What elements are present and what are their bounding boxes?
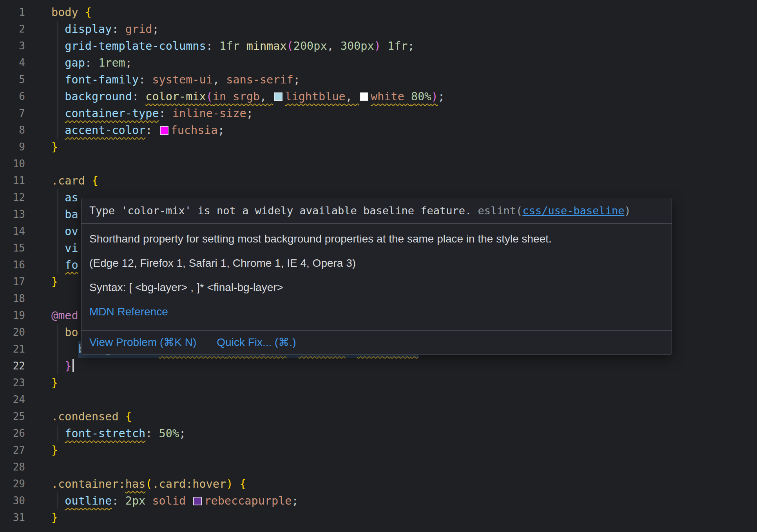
code-line-content[interactable]: grid-template-columns: 1fr minmax(200px,…: [51, 38, 415, 54]
code-token: [51, 427, 65, 440]
code-token: lightblue: [285, 90, 345, 103]
line-number[interactable]: 6: [0, 88, 25, 105]
line-number[interactable]: 2: [0, 21, 25, 38]
code-token: white: [371, 90, 404, 103]
line-number[interactable]: 18: [0, 290, 25, 307]
code-token: outline: [65, 494, 112, 507]
use-baseline-rule-link[interactable]: css/use-baseline: [522, 204, 624, 217]
code-line-content[interactable]: background: color-mix(in srgb, lightblue…: [51, 88, 445, 105]
code-line-content[interactable]: body {: [51, 4, 92, 21]
code-token: accent-color: [65, 124, 145, 137]
code-line-content[interactable]: fo: [51, 257, 78, 273]
code-token: 1fr: [388, 40, 407, 52]
code-token: :: [112, 494, 125, 507]
code-line-content[interactable]: }: [51, 273, 58, 290]
line-number[interactable]: 3: [0, 38, 25, 54]
color-swatch[interactable]: [360, 92, 368, 101]
code-token: 1fr: [219, 40, 239, 52]
code-line-content[interactable]: font-family: system-ui, sans-serif;: [51, 71, 300, 88]
code-line: 30 outline: 2px solid rebeccapurple;: [0, 492, 757, 509]
line-number[interactable]: 17: [0, 273, 25, 290]
code-line-content[interactable]: vi: [51, 240, 78, 257]
code-line-content[interactable]: display: grid;: [51, 21, 159, 38]
line-number[interactable]: 10: [0, 156, 25, 172]
diagnostic-message: Type 'color-mix' is not a widely availab…: [89, 204, 478, 217]
code-token: @med: [51, 309, 78, 322]
line-number[interactable]: 23: [0, 375, 25, 391]
code-line: 24: [0, 391, 757, 408]
code-line-content[interactable]: }: [51, 509, 58, 526]
code-line-content[interactable]: accent-color: fuchsia;: [51, 122, 225, 139]
line-number[interactable]: 15: [0, 240, 25, 257]
color-swatch[interactable]: [193, 497, 202, 505]
code-line-content[interactable]: @med: [51, 307, 78, 324]
line-number[interactable]: 12: [0, 189, 25, 206]
line-number[interactable]: 28: [0, 459, 25, 476]
quick-fix-link[interactable]: Quick Fix... (⌘.): [217, 336, 296, 349]
code-line-content[interactable]: .container:has(.card:hover) {: [51, 476, 246, 492]
line-number[interactable]: 4: [0, 54, 25, 71]
code-line-content[interactable]: }: [51, 139, 58, 156]
code-line-content[interactable]: ba: [51, 206, 78, 223]
line-number[interactable]: 22: [0, 358, 25, 375]
text-cursor: [72, 359, 74, 372]
code-token: [51, 23, 65, 36]
code-token: [51, 124, 65, 137]
code-line-content[interactable]: container-type: inline-size;: [51, 105, 253, 122]
code-line: 7 container-type: inline-size;: [0, 105, 757, 122]
code-line: 25.condensed {: [0, 408, 757, 425]
code-line: 29.container:has(.card:hover) {: [0, 476, 757, 492]
code-line: 23}: [0, 375, 757, 391]
code-line-content[interactable]: ov: [51, 223, 78, 240]
line-number[interactable]: 24: [0, 391, 25, 408]
line-number[interactable]: 30: [0, 492, 25, 509]
line-number[interactable]: 9: [0, 139, 25, 156]
line-number[interactable]: 29: [0, 476, 25, 492]
line-number[interactable]: 13: [0, 206, 25, 223]
line-number[interactable]: 8: [0, 122, 25, 139]
code-token: vi: [65, 242, 78, 255]
code-token: {: [85, 6, 92, 19]
code-token: 1rem: [98, 56, 125, 69]
code-line-content[interactable]: }: [51, 375, 58, 391]
code-line: 11.card {: [0, 172, 757, 189]
docs-browser-support: (Edge 12, Firefox 1, Safari 1, Chrome 1,…: [89, 257, 664, 270]
line-number[interactable]: 16: [0, 257, 25, 273]
code-token: [51, 326, 65, 339]
code-token: (: [206, 90, 213, 103]
code-line-content[interactable]: font-stretch: 50%;: [51, 425, 186, 442]
view-problem-link[interactable]: View Problem (⌘K N): [89, 336, 196, 349]
code-line-content[interactable]: outline: 2px solid rebeccapurple;: [51, 492, 299, 509]
line-number[interactable]: 20: [0, 324, 25, 341]
line-number[interactable]: 7: [0, 105, 25, 122]
color-swatch[interactable]: [160, 126, 168, 135]
code-line-content[interactable]: as: [51, 189, 78, 206]
code-token: ): [226, 478, 233, 490]
code-token: ): [374, 40, 381, 52]
line-number[interactable]: 26: [0, 425, 25, 442]
line-number[interactable]: 19: [0, 307, 25, 324]
code-line-content[interactable]: gap: 1rem;: [51, 54, 132, 71]
line-number[interactable]: 5: [0, 71, 25, 88]
code-line-content[interactable]: }: [51, 358, 74, 375]
code-token: 80%: [411, 90, 431, 103]
line-number[interactable]: 14: [0, 223, 25, 240]
color-swatch[interactable]: [274, 92, 283, 101]
line-number[interactable]: 11: [0, 172, 25, 189]
code-token: [51, 90, 65, 103]
code-line-content[interactable]: .condensed {: [51, 408, 132, 425]
line-number[interactable]: 31: [0, 509, 25, 526]
code-line-content[interactable]: bo: [51, 324, 78, 341]
line-number[interactable]: 27: [0, 442, 25, 459]
line-number[interactable]: 21: [0, 341, 25, 358]
code-token: [145, 494, 152, 507]
mdn-reference-link[interactable]: MDN Reference: [89, 306, 168, 318]
code-token: .condensed: [51, 410, 125, 423]
code-token: [239, 40, 246, 52]
code-token: }: [51, 275, 58, 288]
code-line-content[interactable]: .card {: [51, 172, 98, 189]
line-number[interactable]: 25: [0, 408, 25, 425]
code-line-content[interactable]: }: [51, 442, 58, 459]
line-number[interactable]: 1: [0, 4, 25, 21]
code-token: [381, 40, 388, 52]
